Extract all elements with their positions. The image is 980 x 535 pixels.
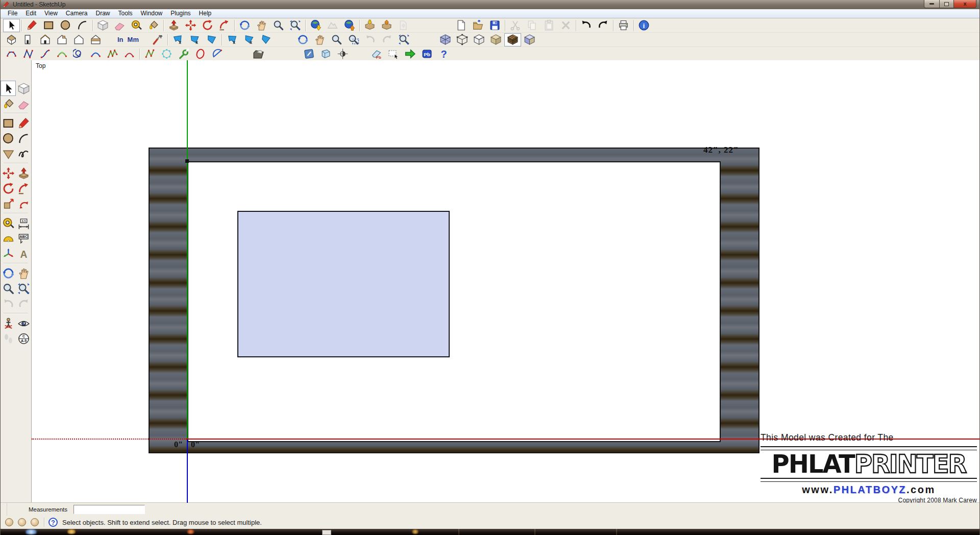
shaded-textures-button[interactable] — [504, 33, 521, 46]
polyline-tool-button[interactable] — [141, 47, 158, 61]
cut-tool-6-button[interactable] — [257, 33, 274, 46]
menu-camera[interactable]: Camera — [62, 9, 92, 18]
sheet-corner-endpoint[interactable] — [185, 159, 189, 163]
phlat-pb-eraser-button[interactable]: Pb — [368, 47, 385, 61]
make-component-button[interactable] — [94, 19, 111, 32]
copy-button[interactable] — [524, 19, 541, 32]
phlat-tool-drill-button[interactable] — [284, 47, 301, 61]
bezier-arc-blue-button[interactable] — [87, 47, 104, 61]
rotate-button[interactable] — [199, 19, 216, 32]
menu-help[interactable]: Help — [195, 9, 216, 18]
follow-me-button[interactable] — [216, 19, 233, 32]
view-left-button[interactable] — [87, 33, 104, 46]
menu-plugins[interactable]: Plugins — [166, 9, 194, 18]
pan-button[interactable] — [253, 19, 270, 32]
circle-button[interactable] — [1, 131, 16, 146]
rectangle-button[interactable] — [1, 115, 16, 131]
view-right-button[interactable] — [54, 33, 70, 46]
move-button[interactable] — [1, 165, 16, 181]
position-camera-button[interactable] — [1, 315, 16, 331]
phlat-center-point-button[interactable] — [334, 47, 351, 61]
zoom-extents-button[interactable] — [396, 33, 412, 46]
phlat-select-region-button[interactable] — [385, 47, 402, 61]
selected-rectangle-face[interactable] — [237, 211, 450, 357]
scale-button[interactable] — [1, 196, 16, 211]
print-button[interactable] — [615, 19, 632, 32]
place-model-button[interactable] — [341, 19, 358, 32]
eraser-button[interactable] — [111, 19, 128, 32]
restore-button[interactable] — [940, 0, 954, 8]
text-button[interactable]: ABC — [16, 231, 31, 246]
zoom-button[interactable] — [270, 19, 287, 32]
dimension-button[interactable]: 3.5 — [16, 215, 31, 231]
share-model-button[interactable] — [378, 19, 395, 32]
make-component-button[interactable] — [16, 81, 31, 96]
menu-view[interactable]: View — [40, 9, 62, 18]
axes-button[interactable] — [1, 246, 16, 261]
menu-window[interactable]: Window — [137, 9, 167, 18]
monochrome-button[interactable] — [521, 33, 538, 46]
xray-button[interactable] — [437, 33, 454, 46]
orbit-button[interactable] — [295, 33, 311, 46]
share-component-button[interactable] — [395, 19, 412, 32]
bezier-spiral-button[interactable] — [70, 47, 87, 61]
status-orb-1[interactable] — [5, 518, 13, 526]
drawing-canvas[interactable]: Top 42", 22" 0" 0" This Model was Create… — [32, 60, 979, 503]
push-pull-button[interactable] — [16, 165, 31, 181]
wireframe-button[interactable] — [454, 33, 471, 46]
save-button[interactable] — [486, 19, 503, 32]
status-help-icon[interactable]: ? — [48, 518, 58, 527]
cut-tool-2-button[interactable]: x — [186, 33, 203, 46]
bezier-arc-green-button[interactable] — [54, 47, 70, 61]
get-current-view-button[interactable] — [307, 19, 324, 32]
zoom-extents-button[interactable] — [287, 19, 304, 32]
ellipse-tool-button[interactable] — [192, 47, 209, 61]
rectangle-button[interactable] — [40, 19, 57, 32]
arc-button[interactable] — [74, 19, 91, 32]
menu-tools[interactable]: Tools — [114, 9, 137, 18]
cut-tool-3-button[interactable] — [203, 33, 220, 46]
phlat-help-button[interactable]: ? — [435, 47, 452, 61]
paste-button[interactable] — [541, 19, 557, 32]
phlat-open-folder-button[interactable] — [250, 47, 267, 61]
status-orb-2[interactable] — [18, 518, 26, 526]
bezier-arc-red-button[interactable] — [121, 47, 138, 61]
start-orb-icon[interactable] — [24, 529, 38, 534]
walk-button[interactable] — [1, 331, 16, 346]
view-top-button[interactable] — [20, 33, 37, 46]
offset-button[interactable] — [16, 196, 31, 211]
bezier-s-curve-button[interactable] — [37, 47, 54, 61]
taskbar-app-icon-orange[interactable] — [187, 529, 194, 534]
status-orb-3[interactable] — [31, 518, 39, 526]
polygon-points-button[interactable] — [158, 47, 175, 61]
phlat-screwdriver-button[interactable]: ? — [149, 33, 166, 46]
view-back-button[interactable] — [70, 33, 87, 46]
tape-measure-button[interactable] — [1, 215, 16, 231]
model-info-button[interactable]: i — [635, 19, 652, 32]
polygon-button[interactable] — [1, 146, 16, 161]
phlat-tool-pencil-button[interactable] — [301, 47, 317, 61]
section-plane-button[interactable]: CA-5 — [16, 331, 31, 346]
cut-tool-5-button[interactable]: x — [240, 33, 257, 46]
push-pull-button[interactable] — [165, 19, 182, 32]
redo-button[interactable] — [595, 19, 611, 32]
previous-button[interactable] — [1, 296, 16, 311]
minimize-button[interactable] — [924, 0, 940, 8]
text-3d-button[interactable]: A — [16, 246, 31, 261]
taskbar-app-icon-gold[interactable] — [67, 529, 76, 534]
get-models-button[interactable] — [361, 19, 378, 32]
pan-button[interactable] — [16, 265, 31, 281]
bezier-arc-button[interactable] — [3, 47, 20, 61]
phlat-tool-mill-button[interactable] — [267, 47, 284, 61]
tape-measure-button[interactable] — [128, 19, 145, 32]
arc-button[interactable] — [16, 131, 31, 146]
rotate-button[interactable] — [1, 181, 16, 196]
units-mm-button[interactable]: Mm — [126, 34, 141, 46]
bezier-zigzag-button[interactable] — [104, 47, 121, 61]
view-iso-button[interactable] — [3, 33, 20, 46]
menu-edit[interactable]: Edit — [21, 9, 40, 18]
select-button[interactable] — [1, 81, 16, 96]
freehand-button[interactable] — [16, 146, 31, 161]
line-button[interactable] — [23, 19, 40, 32]
measurements-input[interactable] — [74, 505, 145, 514]
